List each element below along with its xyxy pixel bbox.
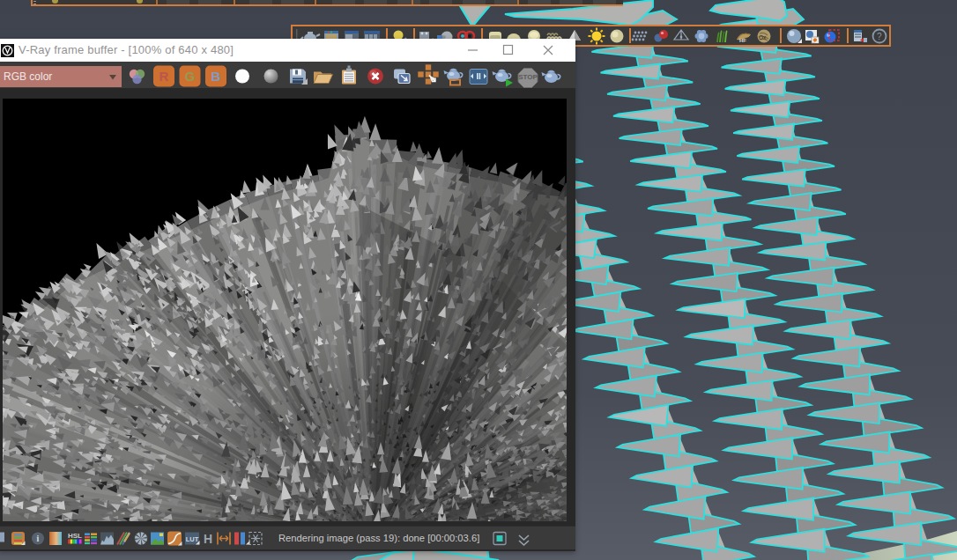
- svg-text:G: G: [185, 69, 196, 84]
- svg-text:STOP: STOP: [518, 73, 538, 81]
- svg-text:H: H: [204, 532, 212, 546]
- svg-text:LUT: LUT: [186, 535, 199, 543]
- svg-text:HF: HF: [739, 38, 746, 43]
- svg-text:B: B: [211, 69, 221, 84]
- svg-text:Ox: Ox: [759, 34, 767, 41]
- svg-text:?: ?: [877, 32, 882, 41]
- svg-text:R: R: [160, 69, 169, 84]
- svg-text:HSL: HSL: [68, 532, 82, 540]
- svg-text:i: i: [37, 534, 40, 543]
